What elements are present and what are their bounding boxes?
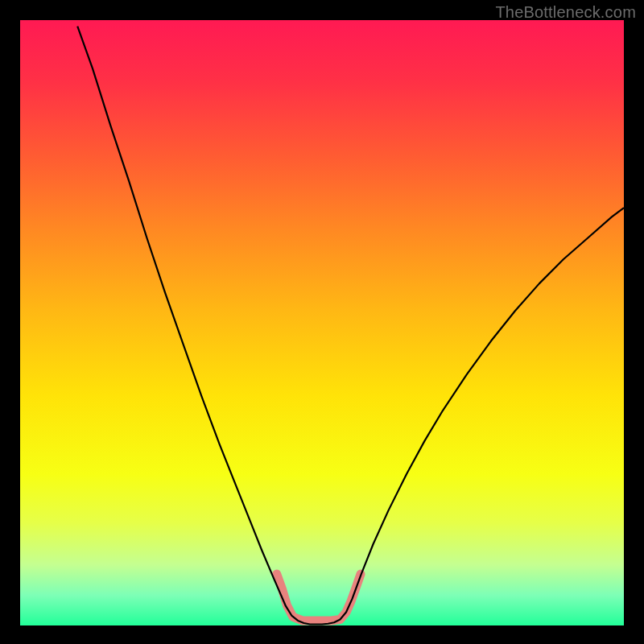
- chart-frame: TheBottleneck.com: [0, 0, 644, 644]
- bottleneck-chart: [0, 0, 644, 644]
- gradient-background: [20, 20, 624, 625]
- watermark-label: TheBottleneck.com: [495, 3, 636, 22]
